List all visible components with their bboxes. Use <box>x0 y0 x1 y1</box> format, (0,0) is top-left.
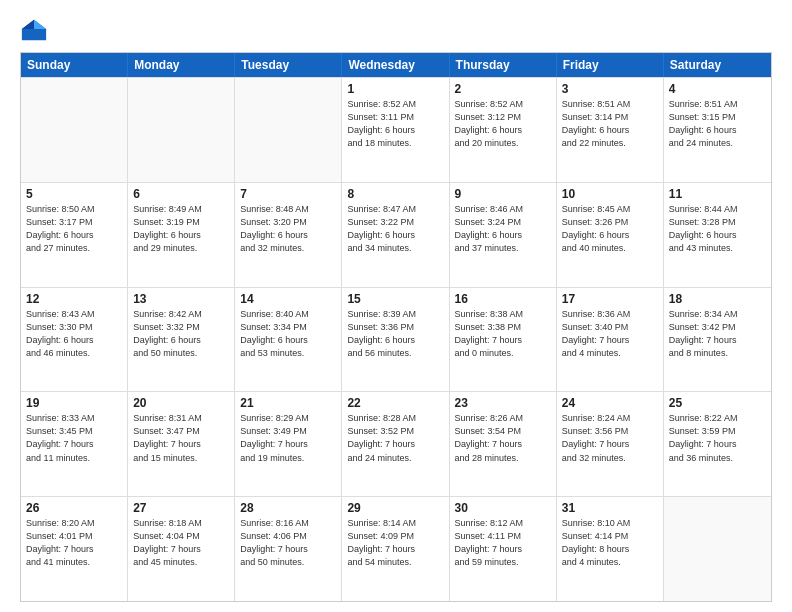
calendar-header-row: SundayMondayTuesdayWednesdayThursdayFrid… <box>21 53 771 77</box>
calendar-cell: 24Sunrise: 8:24 AM Sunset: 3:56 PM Dayli… <box>557 392 664 496</box>
calendar-cell: 3Sunrise: 8:51 AM Sunset: 3:14 PM Daylig… <box>557 78 664 182</box>
header-day-wednesday: Wednesday <box>342 53 449 77</box>
calendar-cell: 12Sunrise: 8:43 AM Sunset: 3:30 PM Dayli… <box>21 288 128 392</box>
cell-text: Sunrise: 8:33 AM Sunset: 3:45 PM Dayligh… <box>26 412 122 464</box>
day-number: 22 <box>347 396 443 410</box>
header-day-tuesday: Tuesday <box>235 53 342 77</box>
calendar-cell: 10Sunrise: 8:45 AM Sunset: 3:26 PM Dayli… <box>557 183 664 287</box>
day-number: 3 <box>562 82 658 96</box>
day-number: 31 <box>562 501 658 515</box>
cell-text: Sunrise: 8:38 AM Sunset: 3:38 PM Dayligh… <box>455 308 551 360</box>
day-number: 25 <box>669 396 766 410</box>
day-number: 12 <box>26 292 122 306</box>
calendar-cell: 25Sunrise: 8:22 AM Sunset: 3:59 PM Dayli… <box>664 392 771 496</box>
cell-text: Sunrise: 8:39 AM Sunset: 3:36 PM Dayligh… <box>347 308 443 360</box>
cell-text: Sunrise: 8:28 AM Sunset: 3:52 PM Dayligh… <box>347 412 443 464</box>
calendar-cell: 5Sunrise: 8:50 AM Sunset: 3:17 PM Daylig… <box>21 183 128 287</box>
calendar-cell: 30Sunrise: 8:12 AM Sunset: 4:11 PM Dayli… <box>450 497 557 601</box>
day-number: 7 <box>240 187 336 201</box>
cell-text: Sunrise: 8:29 AM Sunset: 3:49 PM Dayligh… <box>240 412 336 464</box>
day-number: 20 <box>133 396 229 410</box>
logo <box>20 16 52 44</box>
cell-text: Sunrise: 8:44 AM Sunset: 3:28 PM Dayligh… <box>669 203 766 255</box>
cell-text: Sunrise: 8:49 AM Sunset: 3:19 PM Dayligh… <box>133 203 229 255</box>
calendar-cell: 17Sunrise: 8:36 AM Sunset: 3:40 PM Dayli… <box>557 288 664 392</box>
cell-text: Sunrise: 8:51 AM Sunset: 3:15 PM Dayligh… <box>669 98 766 150</box>
header-day-sunday: Sunday <box>21 53 128 77</box>
cell-text: Sunrise: 8:52 AM Sunset: 3:11 PM Dayligh… <box>347 98 443 150</box>
calendar-week-4: 19Sunrise: 8:33 AM Sunset: 3:45 PM Dayli… <box>21 391 771 496</box>
cell-text: Sunrise: 8:31 AM Sunset: 3:47 PM Dayligh… <box>133 412 229 464</box>
calendar-cell <box>235 78 342 182</box>
calendar-cell: 11Sunrise: 8:44 AM Sunset: 3:28 PM Dayli… <box>664 183 771 287</box>
cell-text: Sunrise: 8:47 AM Sunset: 3:22 PM Dayligh… <box>347 203 443 255</box>
calendar-cell <box>128 78 235 182</box>
day-number: 10 <box>562 187 658 201</box>
calendar-week-5: 26Sunrise: 8:20 AM Sunset: 4:01 PM Dayli… <box>21 496 771 601</box>
cell-text: Sunrise: 8:36 AM Sunset: 3:40 PM Dayligh… <box>562 308 658 360</box>
day-number: 11 <box>669 187 766 201</box>
cell-text: Sunrise: 8:18 AM Sunset: 4:04 PM Dayligh… <box>133 517 229 569</box>
calendar-cell: 14Sunrise: 8:40 AM Sunset: 3:34 PM Dayli… <box>235 288 342 392</box>
cell-text: Sunrise: 8:43 AM Sunset: 3:30 PM Dayligh… <box>26 308 122 360</box>
calendar-cell: 22Sunrise: 8:28 AM Sunset: 3:52 PM Dayli… <box>342 392 449 496</box>
day-number: 5 <box>26 187 122 201</box>
day-number: 13 <box>133 292 229 306</box>
svg-marker-1 <box>34 20 46 29</box>
day-number: 30 <box>455 501 551 515</box>
day-number: 17 <box>562 292 658 306</box>
page: SundayMondayTuesdayWednesdayThursdayFrid… <box>0 0 792 612</box>
calendar-cell <box>664 497 771 601</box>
cell-text: Sunrise: 8:34 AM Sunset: 3:42 PM Dayligh… <box>669 308 766 360</box>
calendar-cell: 29Sunrise: 8:14 AM Sunset: 4:09 PM Dayli… <box>342 497 449 601</box>
calendar-cell: 26Sunrise: 8:20 AM Sunset: 4:01 PM Dayli… <box>21 497 128 601</box>
day-number: 9 <box>455 187 551 201</box>
calendar-cell: 7Sunrise: 8:48 AM Sunset: 3:20 PM Daylig… <box>235 183 342 287</box>
header-day-saturday: Saturday <box>664 53 771 77</box>
header-day-monday: Monday <box>128 53 235 77</box>
cell-text: Sunrise: 8:22 AM Sunset: 3:59 PM Dayligh… <box>669 412 766 464</box>
calendar-cell: 13Sunrise: 8:42 AM Sunset: 3:32 PM Dayli… <box>128 288 235 392</box>
day-number: 18 <box>669 292 766 306</box>
calendar-cell: 4Sunrise: 8:51 AM Sunset: 3:15 PM Daylig… <box>664 78 771 182</box>
svg-marker-2 <box>22 20 34 29</box>
day-number: 19 <box>26 396 122 410</box>
calendar-cell: 19Sunrise: 8:33 AM Sunset: 3:45 PM Dayli… <box>21 392 128 496</box>
cell-text: Sunrise: 8:50 AM Sunset: 3:17 PM Dayligh… <box>26 203 122 255</box>
day-number: 16 <box>455 292 551 306</box>
cell-text: Sunrise: 8:20 AM Sunset: 4:01 PM Dayligh… <box>26 517 122 569</box>
calendar-cell: 1Sunrise: 8:52 AM Sunset: 3:11 PM Daylig… <box>342 78 449 182</box>
cell-text: Sunrise: 8:51 AM Sunset: 3:14 PM Dayligh… <box>562 98 658 150</box>
calendar: SundayMondayTuesdayWednesdayThursdayFrid… <box>20 52 772 602</box>
calendar-cell: 8Sunrise: 8:47 AM Sunset: 3:22 PM Daylig… <box>342 183 449 287</box>
day-number: 27 <box>133 501 229 515</box>
calendar-cell: 16Sunrise: 8:38 AM Sunset: 3:38 PM Dayli… <box>450 288 557 392</box>
calendar-cell: 23Sunrise: 8:26 AM Sunset: 3:54 PM Dayli… <box>450 392 557 496</box>
calendar-cell: 27Sunrise: 8:18 AM Sunset: 4:04 PM Dayli… <box>128 497 235 601</box>
cell-text: Sunrise: 8:40 AM Sunset: 3:34 PM Dayligh… <box>240 308 336 360</box>
cell-text: Sunrise: 8:16 AM Sunset: 4:06 PM Dayligh… <box>240 517 336 569</box>
logo-icon <box>20 16 48 44</box>
day-number: 1 <box>347 82 443 96</box>
calendar-cell: 9Sunrise: 8:46 AM Sunset: 3:24 PM Daylig… <box>450 183 557 287</box>
day-number: 24 <box>562 396 658 410</box>
calendar-week-3: 12Sunrise: 8:43 AM Sunset: 3:30 PM Dayli… <box>21 287 771 392</box>
cell-text: Sunrise: 8:48 AM Sunset: 3:20 PM Dayligh… <box>240 203 336 255</box>
header-day-thursday: Thursday <box>450 53 557 77</box>
cell-text: Sunrise: 8:45 AM Sunset: 3:26 PM Dayligh… <box>562 203 658 255</box>
cell-text: Sunrise: 8:24 AM Sunset: 3:56 PM Dayligh… <box>562 412 658 464</box>
day-number: 15 <box>347 292 443 306</box>
day-number: 28 <box>240 501 336 515</box>
day-number: 29 <box>347 501 443 515</box>
day-number: 6 <box>133 187 229 201</box>
calendar-cell: 28Sunrise: 8:16 AM Sunset: 4:06 PM Dayli… <box>235 497 342 601</box>
day-number: 26 <box>26 501 122 515</box>
calendar-cell: 18Sunrise: 8:34 AM Sunset: 3:42 PM Dayli… <box>664 288 771 392</box>
cell-text: Sunrise: 8:52 AM Sunset: 3:12 PM Dayligh… <box>455 98 551 150</box>
header-day-friday: Friday <box>557 53 664 77</box>
calendar-cell <box>21 78 128 182</box>
cell-text: Sunrise: 8:12 AM Sunset: 4:11 PM Dayligh… <box>455 517 551 569</box>
calendar-week-2: 5Sunrise: 8:50 AM Sunset: 3:17 PM Daylig… <box>21 182 771 287</box>
calendar-cell: 2Sunrise: 8:52 AM Sunset: 3:12 PM Daylig… <box>450 78 557 182</box>
day-number: 21 <box>240 396 336 410</box>
